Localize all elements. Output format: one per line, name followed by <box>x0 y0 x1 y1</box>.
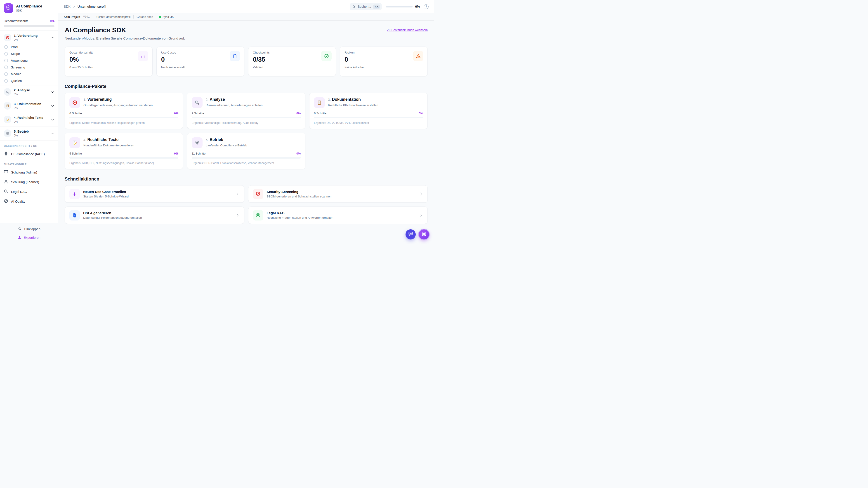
sidebar-item-ce-compliance[interactable]: CE-Compliance (IACE) <box>0 149 58 159</box>
search-input[interactable]: Suchen... ⌘K <box>350 3 382 10</box>
chevron-down-icon[interactable] <box>51 131 55 135</box>
section-header-maschinenrecht: MASCHINENRECHT / CE <box>0 140 58 149</box>
breadcrumb-root[interactable]: SDK <box>64 5 70 8</box>
sidebar-progress: Gesamtfortschritt 0% <box>0 16 58 31</box>
package-percent: 0% <box>296 111 301 115</box>
status-bar: Kein Projekt V001 Zuletzt: Unternehmensp… <box>58 13 434 21</box>
package-result: Ergebnis: AGB, DSI, Nutzungsbedingungen,… <box>69 162 178 165</box>
package-description: Kundenfähige Dokumente generieren <box>84 144 134 147</box>
sidebar-step-rechtliche-texte[interactable]: 4. Rechtliche Texte 0% <box>0 113 58 126</box>
action-subtitle: Starten Sie den 5-Schritte-Wizard <box>83 195 129 198</box>
package-number: 4. <box>84 138 86 142</box>
package-percent: 0% <box>296 152 301 155</box>
package-title: Dokumentation <box>332 97 361 102</box>
sidebar-item-legal-rag[interactable]: Legal RAG <box>0 187 58 197</box>
sidebar: AI Compliance SDK Gesamtfortschritt 0% 1… <box>0 0 58 244</box>
package-progress-bar <box>192 157 301 159</box>
step-label: 4. Rechtliche Texte <box>14 116 43 120</box>
package-title: Analyse <box>210 97 225 102</box>
radio-circle-icon <box>4 79 8 83</box>
packages-heading: Compliance-Pakete <box>65 84 428 89</box>
clipboard-icon <box>4 102 11 109</box>
sidebar-item-label: Legal RAG <box>11 190 27 194</box>
sidebar-item-ai-quality[interactable]: AI Quality <box>0 197 58 206</box>
upload-icon <box>18 235 22 240</box>
stat-card-use-cases: Use Cases 0 Noch keine erstellt <box>156 46 244 76</box>
sidebar-substep-screening[interactable]: Screening <box>0 64 58 71</box>
radio-circle-icon <box>4 52 8 56</box>
sidebar-item-schulung-admin[interactable]: Schulung (Admin) <box>0 167 58 177</box>
substep-label: Module <box>11 72 21 76</box>
top-bar: SDK Unternehmensprofil Suchen... ⌘K 0% ? <box>58 0 434 13</box>
target-icon <box>4 34 11 41</box>
sidebar-step-dokumentation[interactable]: 3. Dokumentation 0% <box>0 100 58 112</box>
step-percent: 0% <box>14 120 48 123</box>
sidebar-substep-profil[interactable]: Profil <box>0 43 58 51</box>
sidebar-substep-anwendung[interactable]: Anwendung <box>0 57 58 64</box>
breadcrumb-current: Unternehmensprofil <box>78 5 106 8</box>
sidebar-item-label: Schulung (Admin) <box>11 170 37 174</box>
keyboard-shortcut-badge: ⌘K <box>373 4 380 9</box>
substep-label: Quellen <box>11 79 22 83</box>
gear-icon <box>4 129 11 137</box>
sidebar-step-analyse[interactable]: 2. Analyse 0% <box>0 86 58 98</box>
stat-sub: 0 von 35 Schritten <box>69 66 148 69</box>
gear-icon <box>192 137 203 148</box>
switch-mode-link[interactable]: Zu Bestandskunden wechseln <box>387 28 428 32</box>
action-security-screening[interactable]: Security Screening SBOM generieren und S… <box>248 185 428 203</box>
stat-label: Gesamtfortschritt <box>69 51 148 54</box>
package-percent: 0% <box>174 111 178 115</box>
search-circle-icon <box>253 210 264 221</box>
package-title: Betrieb <box>210 137 223 142</box>
package-number: 5. <box>206 138 209 142</box>
package-card-rechtliche-texte[interactable]: 4.Rechtliche Texte Kundenfähige Dokument… <box>65 133 183 169</box>
sidebar-substep-module[interactable]: Module <box>0 71 58 77</box>
package-card-analyse[interactable]: 2.Analyse Risiken erkennen, Anforderunge… <box>187 93 305 129</box>
collapse-sidebar-button[interactable]: Einklappen <box>3 227 55 232</box>
section-header-zusatzmodule: ZUSATZMODULE <box>0 159 58 167</box>
package-card-vorbereitung[interactable]: 1.Vorbereitung Grundlagen erfassen, Ausg… <box>65 93 183 129</box>
project-name: Kein Projekt <box>64 15 80 19</box>
action-legal-rag[interactable]: Legal RAG Rechtliche Fragen stellen und … <box>248 206 428 224</box>
action-title: DSFA generieren <box>83 211 142 215</box>
help-icon[interactable]: ? <box>424 4 429 9</box>
package-card-dokumentation[interactable]: 3.Dokumentation Rechtliche Pflichtnachwe… <box>309 93 428 129</box>
action-subtitle: Datenschutz-Folgenabschaetzung erstellen <box>83 216 142 219</box>
step-percent: 0% <box>14 38 48 41</box>
page-title: AI Compliance SDK <box>65 26 126 34</box>
check-circle-icon <box>4 199 8 204</box>
sidebar-step-vorbereitung[interactable]: 1. Vorbereitung 0% <box>0 31 58 43</box>
memo-icon <box>69 137 80 148</box>
package-card-betrieb[interactable]: 5.Betrieb Laufender Compliance-Betrieb 1… <box>187 133 305 169</box>
warning-triangle-icon <box>413 51 423 61</box>
chevron-down-icon[interactable] <box>51 90 55 94</box>
stat-card-gesamtfortschritt: Gesamtfortschritt 0% 0 von 35 Schritten <box>65 46 153 76</box>
chevron-up-icon[interactable] <box>51 36 55 39</box>
sidebar-substep-quellen[interactable]: Quellen <box>0 77 58 84</box>
overall-progress-bar <box>4 25 55 27</box>
shield-check-icon <box>6 5 11 11</box>
sidebar-substep-scope[interactable]: Scope <box>0 51 58 57</box>
package-result: Ergebnis: Klares Verständnis, welche Reg… <box>69 121 178 125</box>
package-steps: 11 Schritte <box>192 152 206 155</box>
clipboard-icon <box>314 97 325 108</box>
chevron-down-icon[interactable] <box>51 104 55 108</box>
header-progress-value: 0% <box>415 5 420 8</box>
action-dsfa-generieren[interactable]: DSFA generieren Datenschutz-Folgenabscha… <box>65 206 244 224</box>
chevron-down-icon[interactable] <box>51 118 55 122</box>
action-new-use-case[interactable]: Neuen Use Case erstellen Starten Sie den… <box>65 185 244 203</box>
chat-fab-button[interactable] <box>405 229 416 239</box>
export-button[interactable]: Exportieren <box>3 235 55 240</box>
package-steps: 5 Schritte <box>69 152 82 155</box>
package-title: Rechtliche Texte <box>88 137 119 142</box>
sidebar-item-schulung-learner[interactable]: Schulung (Learner) <box>0 177 58 187</box>
memo-icon <box>4 116 11 123</box>
export-label: Exportieren <box>24 236 40 239</box>
board-fab-button[interactable] <box>419 229 429 239</box>
version-badge: V001 <box>83 15 90 19</box>
stat-value: 0 <box>161 56 240 63</box>
chevron-right-icon <box>419 192 423 196</box>
sidebar-step-betrieb[interactable]: 5. Betrieb 0% <box>0 127 58 139</box>
cpu-icon <box>4 151 8 157</box>
step-percent: 0% <box>14 134 48 137</box>
